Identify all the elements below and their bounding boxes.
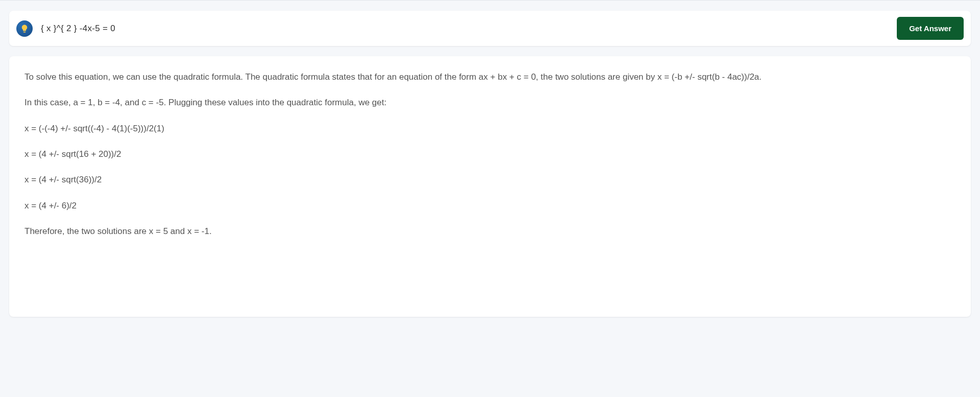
query-text: { x }^{ 2 } -4x-5 = 0 (41, 24, 889, 34)
answer-content-card: To solve this equation, we can use the q… (9, 56, 971, 317)
answer-paragraph: x = (-(-4) +/- sqrt((-4) - 4(1)(-5)))/2(… (24, 122, 955, 135)
lightbulb-icon (20, 24, 29, 33)
query-header-card: { x }^{ 2 } -4x-5 = 0 Get Answer (9, 11, 971, 46)
answer-paragraph: Therefore, the two solutions are x = 5 a… (24, 225, 955, 238)
app-logo (16, 20, 33, 37)
answer-paragraph: x = (4 +/- sqrt(16 + 20))/2 (24, 148, 955, 161)
get-answer-button[interactable]: Get Answer (897, 17, 964, 40)
answer-paragraph: In this case, a = 1, b = -4, and c = -5.… (24, 96, 955, 109)
answer-paragraph: x = (4 +/- sqrt(36))/2 (24, 173, 955, 186)
answer-paragraph: x = (4 +/- 6)/2 (24, 199, 955, 213)
answer-paragraph: To solve this equation, we can use the q… (24, 71, 955, 84)
